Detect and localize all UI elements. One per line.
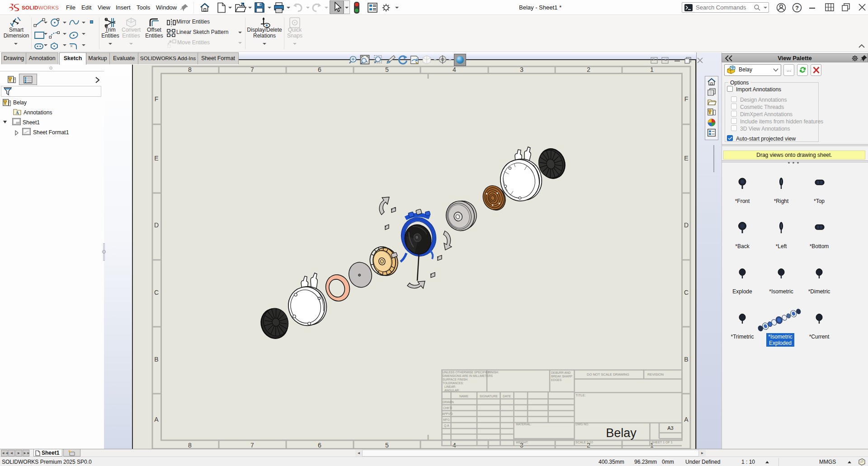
svg-text:5: 5 — [385, 66, 389, 73]
svg-text:DIMENSIONS ARE IN MILLIMETERS: DIMENSIONS ARE IN MILLIMETERS — [443, 374, 493, 377]
svg-text:TOLERANCES:: TOLERANCES: — [443, 381, 464, 385]
svg-text:ANGULAR:: ANGULAR: — [444, 389, 460, 392]
svg-text:E: E — [684, 155, 688, 162]
svg-text:REVISION: REVISION — [647, 372, 664, 377]
svg-text:NAME: NAME — [459, 395, 469, 398]
svg-text:E: E — [154, 155, 158, 162]
svg-text:C: C — [684, 289, 689, 296]
svg-text:B: B — [154, 356, 158, 363]
svg-text:BREAK SHARP: BREAK SHARP — [551, 375, 573, 378]
svg-text:3: 3 — [520, 66, 524, 73]
svg-text:SHEET 1 OF 1: SHEET 1 OF 1 — [651, 441, 673, 444]
svg-text:WEIGHT:: WEIGHT: — [516, 441, 528, 444]
svg-text:B: B — [684, 356, 688, 363]
svg-text:F: F — [155, 95, 159, 103]
svg-text:?: ? — [795, 5, 799, 11]
svg-text:DWG NO.: DWG NO. — [576, 423, 589, 426]
svg-text:1: 1 — [650, 66, 654, 73]
svg-text:F: F — [684, 95, 689, 103]
svg-text:MFG: MFG — [443, 418, 450, 421]
svg-text:5: 5 — [385, 442, 389, 449]
svg-text:C: C — [154, 289, 159, 296]
svg-text:SURFACE FINISH:: SURFACE FINISH: — [443, 378, 468, 381]
svg-text:D: D — [154, 221, 159, 229]
svg-text:DO NOT SCALE DRAWING: DO NOT SCALE DRAWING — [587, 372, 629, 377]
svg-text:D: D — [684, 221, 689, 229]
svg-text:A: A — [15, 110, 19, 115]
svg-text:CHK'D: CHK'D — [443, 406, 452, 410]
svg-text:UNLESS OTHERWISE SPECIFIED:: UNLESS OTHERWISE SPECIFIED: — [443, 371, 491, 374]
svg-text:APPV'D: APPV'D — [442, 412, 453, 415]
svg-text:8: 8 — [188, 442, 192, 449]
svg-text:DEBURR AND: DEBURR AND — [551, 371, 571, 374]
svg-text:8: 8 — [188, 66, 192, 73]
svg-text:SCALE:1:10: SCALE:1:10 — [576, 441, 593, 444]
svg-text:MATERIAL:: MATERIAL: — [516, 423, 531, 426]
svg-text:A: A — [154, 416, 159, 423]
svg-text:7: 7 — [250, 442, 254, 449]
svg-text:Q.A: Q.A — [444, 424, 449, 428]
svg-text:FINISH:: FINISH: — [488, 371, 499, 374]
svg-text:EDGES: EDGES — [551, 378, 562, 381]
svg-text:LINEAR:: LINEAR: — [444, 385, 456, 388]
svg-text:2: 2 — [587, 66, 590, 73]
svg-text:A3: A3 — [667, 425, 673, 431]
svg-text:4: 4 — [453, 66, 456, 73]
svg-text:6: 6 — [318, 66, 321, 73]
svg-text:A: A — [684, 416, 689, 423]
svg-text:7: 7 — [250, 66, 254, 73]
svg-text:Belay: Belay — [606, 426, 637, 440]
svg-text:TITLE:: TITLE: — [576, 393, 586, 397]
svg-text:SOLIDWORKS: SOLIDWORKS — [22, 5, 59, 10]
svg-text:SIGNATURE: SIGNATURE — [480, 395, 498, 398]
svg-text:DATE: DATE — [503, 395, 511, 398]
svg-text:DRAWN: DRAWN — [443, 400, 454, 404]
svg-text:6: 6 — [318, 442, 321, 449]
